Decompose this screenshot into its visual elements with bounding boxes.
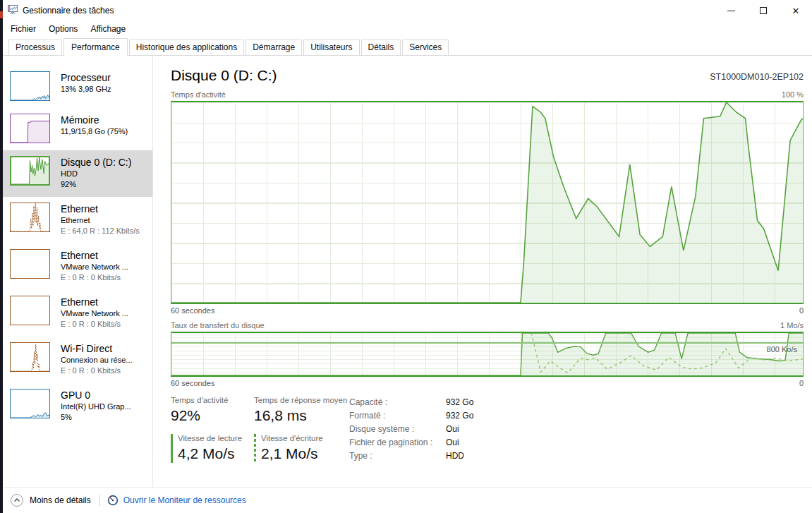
- activity-axis-left: 60 secondes: [171, 306, 214, 315]
- activity-chart-max: 100 %: [782, 90, 804, 99]
- sidebar-item-title: Wi-Fi Direct: [61, 342, 133, 355]
- menu-fichier[interactable]: Fichier: [4, 23, 42, 35]
- stat-read-speed: Vitesse de lecture 4,2 Mo/s: [171, 434, 254, 463]
- cpu-mini-chart: [10, 71, 50, 101]
- sidebar-item-title: Ethernet: [61, 203, 140, 215]
- sidebar-item-title: Ethernet: [61, 249, 128, 262]
- property-row: Disque système :Oui: [349, 423, 804, 436]
- transfer-chart[interactable]: 800 Ko/s: [171, 332, 804, 377]
- memory-mini-chart: [10, 114, 50, 143]
- sidebar-item-cpu[interactable]: Processeur 13% 3,98 GHz: [3, 66, 152, 108]
- wifi-direct-mini-chart: [10, 342, 50, 372]
- performance-content: Processeur 13% 3,98 GHz Mémoire 11,9/15,…: [3, 56, 812, 487]
- sidebar-item-title: Ethernet: [61, 296, 128, 308]
- activity-chart-label: Temps d'activité: [171, 90, 226, 99]
- transfer-scale-marker: 800 Ko/s: [767, 345, 797, 354]
- tab-processus[interactable]: Processus: [8, 40, 62, 55]
- tab-performance[interactable]: Performance: [63, 38, 128, 56]
- sidebar-item-detail: Intel(R) UHD Grap...: [61, 402, 131, 412]
- sidebar-item-disk0[interactable]: Disque 0 (D: C:) HDD 92%: [3, 150, 152, 197]
- sidebar-item-detail: 13% 3,98 GHz: [61, 84, 111, 95]
- tab-details[interactable]: Détails: [361, 40, 401, 55]
- sidebar-item-ethernet-2[interactable]: Ethernet VMware Network ... E : 0 R : 0 …: [3, 243, 152, 290]
- sidebar-item-ethernet-3[interactable]: Ethernet VMware Network ... E : 0 R : 0 …: [3, 290, 152, 337]
- sidebar-item-memory[interactable]: Mémoire 11,9/15,8 Go (75%): [3, 108, 152, 150]
- stat-avg-response-time: Temps de réponse moyen 16,8 ms: [254, 396, 349, 425]
- sidebar-item-detail: VMware Network ...: [61, 262, 128, 272]
- property-row: Formaté :932 Go: [349, 409, 804, 423]
- activity-chart[interactable]: [171, 101, 804, 304]
- minimize-icon: [727, 11, 735, 11]
- transfer-chart-max: 1 Mo/s: [780, 321, 804, 330]
- chevron-up-circle-icon[interactable]: [10, 493, 24, 507]
- tab-demarrage[interactable]: Démarrage: [246, 40, 302, 55]
- ethernet-mini-chart: [10, 249, 50, 279]
- property-row: Type :HDD: [349, 449, 804, 463]
- menu-affichage[interactable]: Affichage: [84, 23, 132, 35]
- menu-options[interactable]: Options: [42, 23, 84, 35]
- sidebar-item-detail: E : 0 R : 0 Kbits/s: [61, 272, 128, 283]
- tab-utilisateurs[interactable]: Utilisateurs: [303, 40, 359, 55]
- activity-axis-right: 0: [799, 306, 804, 315]
- sidebar-item-detail: E : 64,0 R : 112 Kbits/s: [61, 226, 140, 236]
- open-resource-monitor-link[interactable]: Ouvrir le Moniteur de ressources: [123, 495, 246, 505]
- ethernet-mini-chart: [10, 296, 50, 325]
- window-controls: ✕: [715, 0, 812, 21]
- sidebar-item-detail: Connexion au rése...: [61, 355, 133, 366]
- read-speed-legend-bar: [171, 434, 173, 463]
- close-icon: ✕: [792, 6, 800, 16]
- sidebar-item-gpu0[interactable]: GPU 0 Intel(R) UHD Grap... 5%: [3, 383, 152, 430]
- screen: Gestionnaire des tâches ✕ Fichier Option…: [0, 0, 812, 513]
- tab-services[interactable]: Services: [402, 40, 449, 55]
- footer-divider: [99, 494, 100, 507]
- sidebar-item-detail: HDD: [61, 169, 131, 179]
- disk-model: ST1000DM010-2EP102: [710, 72, 804, 82]
- maximize-icon: [760, 7, 767, 14]
- background-window-red-fragment: [0, 11, 3, 18]
- close-button[interactable]: ✕: [780, 0, 812, 21]
- transfer-axis-right: 0: [799, 379, 804, 387]
- stat-active-time: Temps d'activité 92%: [171, 396, 254, 425]
- ethernet-mini-chart: [10, 203, 50, 232]
- tab-historique-des-applications[interactable]: Historique des applications: [129, 40, 244, 55]
- sidebar-item-detail: E : 0 R : 0 Kbits/s: [61, 319, 128, 330]
- sidebar-item-detail: 11,9/15,8 Go (75%): [61, 126, 128, 137]
- sidebar-item-title: Processeur: [61, 71, 111, 84]
- resource-monitor-gauge-icon[interactable]: [107, 495, 119, 506]
- menu-bar: Fichier Options Affichage: [3, 21, 812, 37]
- property-row: Capacité :932 Go: [349, 396, 804, 409]
- disk-stats: Temps d'activité 92% Temps de réponse mo…: [171, 396, 804, 463]
- gpu-mini-chart: [10, 389, 50, 418]
- sidebar-item-detail: E : 0 R : 0 Kbits/s: [61, 366, 133, 376]
- sidebar-item-detail: Ethernet: [61, 215, 140, 226]
- sidebar-item-detail: 92%: [61, 179, 131, 190]
- background-window-edge: [0, 0, 3, 513]
- disk-detail-panel: Disque 0 (D: C:) ST1000DM010-2EP102 Temp…: [153, 56, 812, 487]
- performance-sidebar: Processeur 13% 3,98 GHz Mémoire 11,9/15,…: [3, 56, 153, 487]
- title-bar: Gestionnaire des tâches ✕: [3, 0, 812, 21]
- stat-write-speed: Vitesse d'écriture 2,1 Mo/s: [254, 434, 349, 463]
- sidebar-item-title: Mémoire: [61, 114, 128, 126]
- transfer-axis-left: 60 secondes: [171, 379, 214, 387]
- maximize-button[interactable]: [747, 0, 780, 21]
- sidebar-item-wifi-direct[interactable]: Wi-Fi Direct Connexion au rése... E : 0 …: [3, 337, 152, 383]
- sidebar-item-detail: VMware Network ...: [61, 308, 128, 319]
- write-speed-legend-bar: [254, 434, 256, 463]
- status-bar: Moins de détails Ouvrir le Moniteur de r…: [3, 487, 812, 513]
- transfer-chart-label: Taux de transfert du disque: [171, 321, 265, 330]
- window-title: Gestionnaire des tâches: [23, 6, 114, 16]
- sidebar-item-detail: 5%: [61, 412, 131, 423]
- disk-properties: Capacité :932 Go Formaté :932 Go Disque …: [349, 396, 804, 463]
- property-row: Fichier de pagination :Oui: [349, 436, 804, 449]
- disk-mini-chart: [10, 156, 50, 186]
- tab-strip: Processus Performance Historique des app…: [3, 37, 812, 56]
- minimize-button[interactable]: [715, 0, 747, 21]
- page-title: Disque 0 (D: C:): [171, 67, 277, 84]
- sidebar-item-title: GPU 0: [61, 389, 131, 402]
- less-details-button[interactable]: Moins de détails: [30, 495, 91, 505]
- sidebar-item-title: Disque 0 (D: C:): [61, 156, 131, 169]
- task-manager-window: Gestionnaire des tâches ✕ Fichier Option…: [3, 0, 812, 513]
- task-manager-app-icon: [7, 4, 18, 18]
- sidebar-item-ethernet-1[interactable]: Ethernet Ethernet E : 64,0 R : 112 Kbits…: [3, 197, 152, 243]
